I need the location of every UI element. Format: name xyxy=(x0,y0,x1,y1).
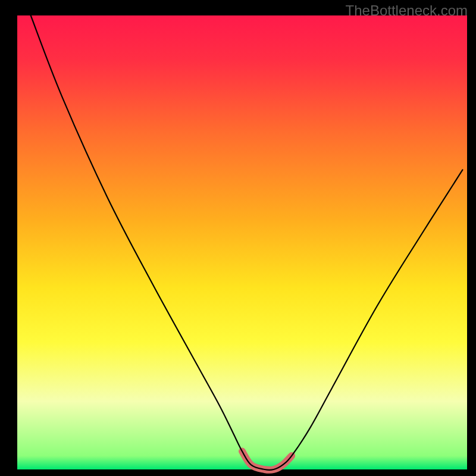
chart-container: TheBottleneck.com xyxy=(0,0,476,476)
highlight-segment xyxy=(242,451,292,470)
watermark-label: TheBottleneck.com xyxy=(346,2,468,19)
curve-layer xyxy=(0,0,476,476)
bottleneck-curve xyxy=(31,15,463,470)
